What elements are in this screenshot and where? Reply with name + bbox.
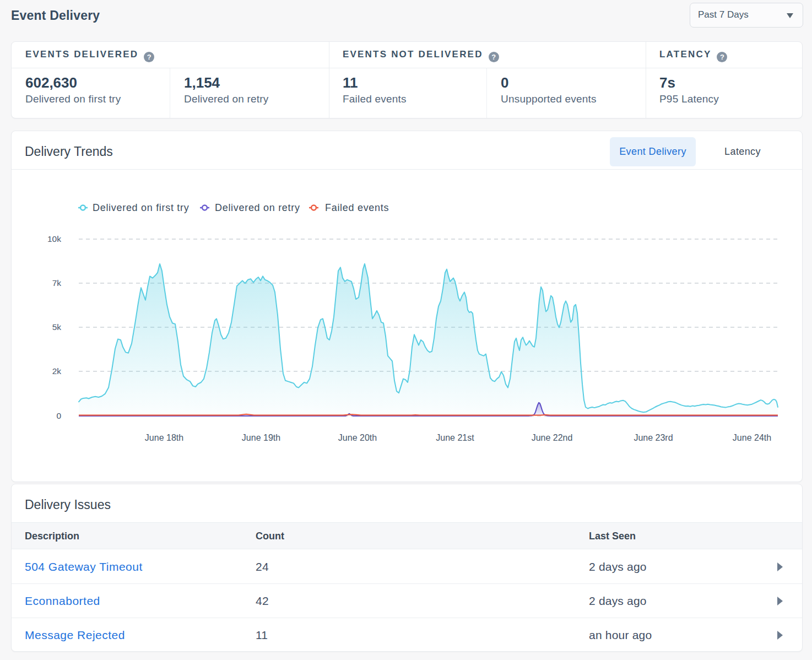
svg-text:7k: 7k [52,278,62,288]
svg-text:June 20th: June 20th [338,433,377,442]
svg-text:5k: 5k [52,322,62,332]
svg-text:June 23rd: June 23rd [634,433,673,442]
svg-text:June 24th: June 24th [733,433,771,442]
svg-text:Delivered on retry: Delivered on retry [215,202,300,213]
svg-text:Failed events: Failed events [325,202,389,213]
svg-text:June 18th: June 18th [145,433,183,442]
svg-text:Delivered on first try: Delivered on first try [93,202,189,213]
svg-text:June 22nd: June 22nd [532,433,573,442]
svg-text:0: 0 [56,411,61,420]
svg-text:June 19th: June 19th [242,433,280,442]
svg-text:2k: 2k [52,366,62,376]
svg-text:June 21st: June 21st [436,433,474,442]
svg-text:10k: 10k [47,234,61,244]
